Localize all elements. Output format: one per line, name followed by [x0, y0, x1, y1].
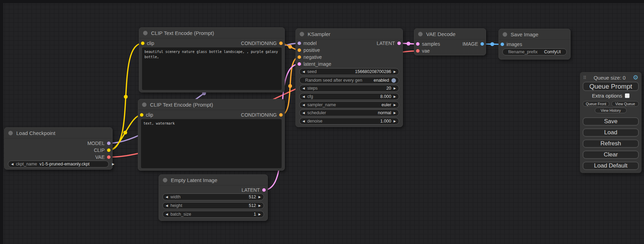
- node-ksampler[interactable]: KSampler model LATENT positive negative …: [295, 28, 403, 127]
- denoise-widget[interactable]: ◀ denoise 1.000 ▶: [299, 118, 399, 125]
- ckpt-name-widget[interactable]: ◀ ckpt_name v1-5-pruned-emaonly.ckpt ▶: [8, 161, 109, 168]
- dot-clip1-conditioning[interactable]: [279, 42, 283, 45]
- widget-value: enabled: [374, 78, 389, 83]
- arrow-left-icon[interactable]: ◀: [11, 163, 14, 166]
- dot-ksampler-model[interactable]: [298, 42, 301, 45]
- arrow-left-icon[interactable]: ◀: [166, 204, 168, 207]
- node-title: CLIP Text Encode (Prompt): [150, 102, 213, 108]
- arrow-left-icon[interactable]: ◀: [302, 111, 305, 115]
- node-save-image[interactable]: Save Image images filename_prefix ComfyU…: [499, 29, 571, 60]
- view-queue-button[interactable]: View Queue: [611, 101, 639, 107]
- seed-widget[interactable]: ◀ seed 156680208700286 ▶: [299, 68, 399, 75]
- collapse-dot-icon[interactable]: [142, 102, 147, 107]
- positive-prompt-textarea[interactable]: beautiful scenery nature glass bottle la…: [142, 47, 282, 90]
- arrow-right-icon[interactable]: ▶: [394, 120, 396, 123]
- random-seed-toggle-widget[interactable]: Random seed after every gen enabled: [299, 77, 399, 84]
- dot-checkpoint-clip[interactable]: [107, 148, 111, 152]
- widget-value: v1-5-pruned-emaonly.ckpt: [39, 162, 89, 166]
- dot-latent-latent[interactable]: [262, 188, 266, 192]
- dot-ksampler-latent-out[interactable]: [397, 42, 401, 45]
- arrow-right-icon[interactable]: ▶: [258, 196, 261, 199]
- steps-widget[interactable]: ◀ steps 20 ▶: [299, 85, 399, 92]
- dot-vae-vae[interactable]: [416, 49, 420, 53]
- dot-ksampler-latentimage[interactable]: [298, 62, 301, 66]
- cfg-widget[interactable]: ◀ cfg 8.000 ▶: [299, 93, 399, 100]
- arrow-right-icon[interactable]: ▶: [112, 163, 114, 166]
- arrow-right-icon[interactable]: ▶: [394, 111, 396, 115]
- widget-label: scheduler: [307, 110, 326, 115]
- drag-handle-icon[interactable]: ⠿: [583, 75, 586, 80]
- arrow-left-icon[interactable]: ◀: [302, 70, 305, 73]
- sampler-name-widget[interactable]: ◀ sampler_name euler ▶: [299, 101, 399, 108]
- widget-value: 1: [254, 212, 256, 217]
- node-header: CLIP Text Encode (Prompt): [138, 99, 284, 110]
- filename-prefix-widget[interactable]: filename_prefix ComfyUI: [502, 48, 567, 55]
- dot-ksampler-positive[interactable]: [298, 48, 301, 52]
- node-vae-decode[interactable]: VAE Decode samples IMAGE vae: [414, 28, 486, 55]
- dot-clip1-clip[interactable]: [141, 42, 144, 45]
- widget-value: 20: [386, 86, 391, 91]
- slot-label: negative: [303, 54, 322, 60]
- slot-label: MODEL: [87, 141, 105, 146]
- arrow-right-icon[interactable]: ▶: [394, 70, 396, 73]
- view-history-button[interactable]: View History: [595, 108, 627, 113]
- node-clip-text-encode-positive[interactable]: CLIP Text Encode (Prompt) clip CONDITION…: [139, 27, 285, 92]
- arrow-right-icon[interactable]: ▶: [394, 95, 396, 98]
- load-button[interactable]: Load: [583, 128, 639, 137]
- node-load-checkpoint[interactable]: Load Checkpoint MODEL CLIP VAE ◀ ckpt_na…: [4, 127, 113, 170]
- height-widget[interactable]: ◀ height 512 ▶: [162, 202, 264, 209]
- arrow-right-icon[interactable]: ▶: [394, 87, 396, 90]
- dot-clip2-conditioning[interactable]: [279, 113, 283, 117]
- collapse-dot-icon[interactable]: [163, 178, 167, 182]
- dot-clip2-clip[interactable]: [140, 113, 143, 117]
- collapse-dot-icon[interactable]: [143, 31, 148, 35]
- arrow-right-icon[interactable]: ▶: [394, 103, 396, 107]
- widget-value: normal: [378, 110, 391, 115]
- widget-label: filename_prefix: [508, 49, 538, 54]
- settings-gear-icon[interactable]: ⚙: [633, 74, 638, 81]
- arrow-left-icon[interactable]: ◀: [302, 95, 305, 98]
- output-slot-clip: CLIP: [94, 147, 111, 154]
- scheduler-widget[interactable]: ◀ scheduler normal ▶: [299, 109, 399, 116]
- save-button[interactable]: Save: [583, 117, 639, 126]
- dot-vae-samples[interactable]: [416, 42, 420, 46]
- node-title: Save Image: [511, 31, 538, 37]
- dot-ksampler-negative[interactable]: [298, 55, 301, 59]
- collapse-dot-icon[interactable]: [418, 32, 423, 36]
- arrow-left-icon[interactable]: ◀: [302, 120, 305, 123]
- widget-value: euler: [381, 102, 391, 107]
- node-clip-text-encode-negative[interactable]: CLIP Text Encode (Prompt) clip CONDITION…: [138, 99, 285, 171]
- arrow-left-icon[interactable]: ◀: [302, 103, 305, 107]
- collapse-dot-icon[interactable]: [300, 32, 304, 36]
- collapse-dot-icon[interactable]: [503, 32, 507, 37]
- queue-front-button[interactable]: Queue Front: [583, 101, 609, 107]
- arrow-left-icon[interactable]: ◀: [166, 213, 168, 216]
- arrow-right-icon[interactable]: ▶: [258, 204, 261, 207]
- slot-label: vae: [422, 48, 430, 54]
- dot-save-images[interactable]: [501, 43, 504, 46]
- extra-options-checkbox[interactable]: [625, 93, 629, 98]
- arrow-left-icon[interactable]: ◀: [302, 87, 305, 90]
- dot-vae-image[interactable]: [480, 42, 484, 46]
- width-widget[interactable]: ◀ width 512 ▶: [162, 193, 264, 200]
- load-default-button[interactable]: Load Default: [583, 162, 639, 170]
- arrow-right-icon[interactable]: ▶: [258, 213, 261, 216]
- node-graph-canvas[interactable]: Load Checkpoint MODEL CLIP VAE ◀ ckpt_na…: [0, 0, 644, 244]
- negative-prompt-textarea[interactable]: text, watermark: [141, 119, 282, 168]
- arrow-left-icon[interactable]: ◀: [166, 196, 168, 199]
- toggle-dot-icon[interactable]: [391, 78, 396, 83]
- node-header: CLIP Text Encode (Prompt): [139, 28, 284, 38]
- batch-size-widget[interactable]: ◀ batch_size 1 ▶: [162, 211, 264, 218]
- refresh-button[interactable]: Refresh: [583, 139, 639, 148]
- output-slot-latent: LATENT: [241, 187, 266, 193]
- dot-checkpoint-vae[interactable]: [107, 155, 111, 159]
- slot-label: clip: [147, 40, 154, 46]
- clear-button[interactable]: Clear: [583, 151, 639, 159]
- collapse-dot-icon[interactable]: [8, 131, 13, 135]
- slot-label: positive: [303, 47, 320, 53]
- dot-checkpoint-model[interactable]: [107, 142, 111, 145]
- output-slot-conditioning: CONDITIONING: [241, 40, 283, 47]
- node-empty-latent-image[interactable]: Empty Latent Image LATENT ◀ width 512 ▶ …: [159, 174, 268, 221]
- queue-prompt-button[interactable]: Queue Prompt: [583, 82, 639, 91]
- slot-label: LATENT: [377, 40, 395, 46]
